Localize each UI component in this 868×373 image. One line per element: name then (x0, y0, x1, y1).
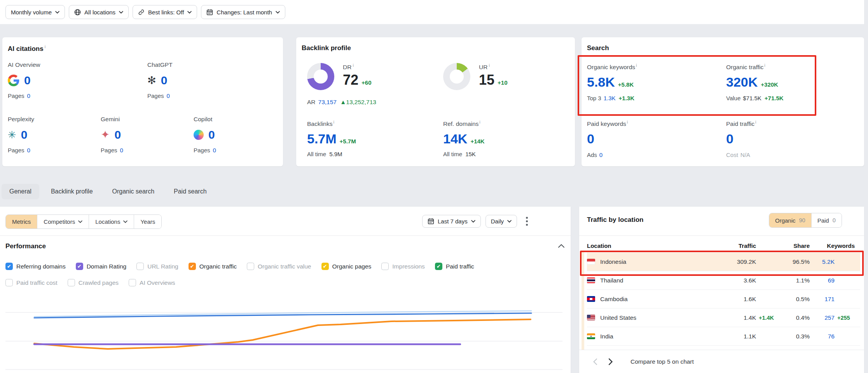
checkbox-ai-overviews[interactable]: AI Overviews (129, 279, 175, 286)
flag-cambodia-icon (587, 296, 595, 302)
table-row-india[interactable]: India 1.1K 0.3% 76 (587, 327, 860, 346)
chart-date-controls: Last 7 days Daily (422, 215, 532, 228)
link-icon (138, 9, 145, 16)
checkbox-box (5, 263, 13, 270)
table-row-indonesia[interactable]: Indonesia 309.2K 96.5% 5.2K (587, 253, 860, 271)
date-range-dropdown[interactable]: Last 7 days (422, 215, 481, 228)
top3-keywords-link[interactable]: 1.3K (604, 95, 616, 101)
segment-locations[interactable]: Locations (89, 215, 134, 228)
tab-backlink-profile[interactable]: Backlink profile (43, 184, 101, 199)
dashboard-screen: Monthly volume All locations Best links:… (0, 0, 868, 373)
checkbox-url-rating[interactable]: URL Rating (136, 263, 178, 270)
metric-checkbox-row: Paid traffic cost Crawled pages AI Overv… (5, 279, 175, 286)
traffic-table-header: Location Traffic Share Keywords (587, 239, 860, 252)
ref-domains-delta: +14K (470, 138, 484, 145)
checkbox-domain-rating[interactable]: Domain Rating (76, 263, 127, 270)
ads-count-link[interactable]: 0 (599, 152, 603, 158)
flag-thailand-icon (587, 277, 595, 283)
more-options-kebab-icon[interactable] (522, 216, 532, 227)
checkbox-box (76, 263, 83, 270)
metric-checkbox-row: Referring domains Domain Rating URL Rati… (5, 263, 474, 270)
ref-domains-value-link[interactable]: 14K (443, 131, 467, 146)
checkbox-organic-traffic[interactable]: Organic traffic (189, 263, 237, 270)
toggle-paid[interactable]: Paid0 (811, 213, 842, 227)
globe-icon (74, 9, 81, 16)
pages-count-link[interactable]: 0 (213, 147, 216, 153)
tab-organic-search[interactable]: Organic search (105, 184, 162, 199)
checkbox-box (68, 279, 75, 286)
table-row-united-states[interactable]: United States 1.4K +1.4K 0.4% 257 +255 (587, 309, 860, 327)
paid-traffic-value-link[interactable]: 0 (726, 131, 734, 146)
ahrefs-rank-link[interactable]: 73,157 (318, 99, 337, 105)
copilot-count-link[interactable]: 0 (208, 128, 215, 141)
info-icon: i (764, 63, 765, 68)
monthly-volume-dropdown[interactable]: Monthly volume (5, 5, 65, 19)
ai-item-copilot: Copilot 0 Pages0 (194, 116, 283, 153)
checkbox-referring-domains[interactable]: Referring domains (5, 263, 66, 270)
keywords-count-link[interactable]: 69 (810, 277, 835, 284)
checkbox-box (136, 263, 144, 270)
row-accent-strip (582, 252, 584, 350)
organic-keywords-value-link[interactable]: 5.8K (587, 75, 615, 89)
segment-competitors[interactable]: Competitors (37, 215, 89, 228)
monthly-volume-label: Monthly volume (11, 9, 52, 16)
toggle-organic[interactable]: Organic90 (769, 213, 811, 227)
locations-dropdown[interactable]: All locations (69, 5, 129, 19)
checkbox-organic-traffic-value[interactable]: Organic traffic value (247, 263, 311, 270)
checkbox-box (435, 263, 442, 270)
paid-keywords-value-link[interactable]: 0 (587, 131, 594, 146)
checkbox-impressions[interactable]: Impressions (381, 263, 425, 270)
keywords-count-link[interactable]: 257 (810, 314, 835, 321)
organic-paid-toggle: Organic90 Paid0 (769, 213, 842, 228)
collapse-section-icon[interactable] (558, 244, 564, 248)
perplexity-icon: ✳ (8, 130, 16, 140)
table-row-cambodia[interactable]: Cambodia 1.6K 0.5% 171 (587, 290, 860, 309)
checkbox-box (129, 279, 136, 286)
checkbox-organic-pages[interactable]: Organic pages (321, 263, 372, 270)
checkbox-crawled-pages[interactable]: Crawled pages (68, 279, 119, 286)
divider (0, 235, 571, 236)
keywords-count-link[interactable]: 171 (810, 296, 835, 303)
pages-count-link[interactable]: 0 (120, 147, 123, 153)
best-links-dropdown[interactable]: Best links: Off (133, 5, 197, 19)
table-row-thailand[interactable]: Thailand 3.6K 1.1% 69 (587, 271, 860, 290)
ur-value: 15 (479, 72, 494, 88)
tab-general[interactable]: General (2, 184, 39, 199)
chevron-down-icon (507, 220, 512, 223)
segment-years[interactable]: Years (134, 215, 161, 228)
ar-delta: ▲13,252,713 (340, 99, 376, 105)
keywords-count-link[interactable]: 76 (810, 333, 835, 340)
organic-keywords-block: Organic keywordsi 5.8K+5.8K Top 31.3K+1.… (587, 63, 637, 101)
pages-count-link[interactable]: 0 (27, 147, 30, 153)
backlinks-value-link[interactable]: 5.7M (307, 131, 337, 146)
checkbox-paid-traffic[interactable]: Paid traffic (435, 263, 474, 270)
changes-dropdown[interactable]: Changes: Last month (201, 5, 285, 19)
keywords-count-link[interactable]: 5.2K (810, 258, 835, 265)
ai-citations-card: AI citationsi AI Overview 0 Pages0 ChatG… (2, 37, 283, 166)
previous-page-icon[interactable] (592, 358, 598, 365)
gemini-count-link[interactable]: 0 (114, 128, 121, 141)
next-page-icon[interactable] (608, 358, 613, 365)
view-segmented-control: Metrics Competitors Locations Years (5, 214, 162, 229)
gemini-icon: ✦ (101, 129, 110, 140)
checkbox-paid-traffic-cost[interactable]: Paid traffic cost (5, 279, 58, 286)
compare-top5-button[interactable]: Compare top 5 on chart (630, 358, 694, 365)
perplexity-count-link[interactable]: 0 (21, 128, 28, 141)
search-card: Search Organic keywordsi 5.8K+5.8K Top 3… (582, 37, 864, 166)
pages-count-link[interactable]: 0 (27, 92, 30, 99)
pages-count-link[interactable]: 0 (167, 92, 170, 99)
granularity-dropdown[interactable]: Daily (486, 215, 517, 228)
chatgpt-count-link[interactable]: 0 (161, 74, 168, 87)
organic-traffic-value-link[interactable]: 320K (726, 75, 758, 89)
segment-metrics[interactable]: Metrics (6, 215, 37, 228)
checkbox-box (189, 263, 196, 270)
ai-citations-title: AI citationsi (8, 44, 45, 53)
google-g-icon (8, 75, 19, 86)
chevron-down-icon (119, 11, 123, 14)
info-icon: i (45, 44, 45, 49)
best-links-label: Best links: Off (148, 9, 184, 16)
ai-overview-count-link[interactable]: 0 (24, 74, 31, 87)
info-icon: i (627, 120, 628, 124)
tab-paid-search[interactable]: Paid search (166, 184, 215, 199)
info-icon: i (479, 120, 480, 124)
